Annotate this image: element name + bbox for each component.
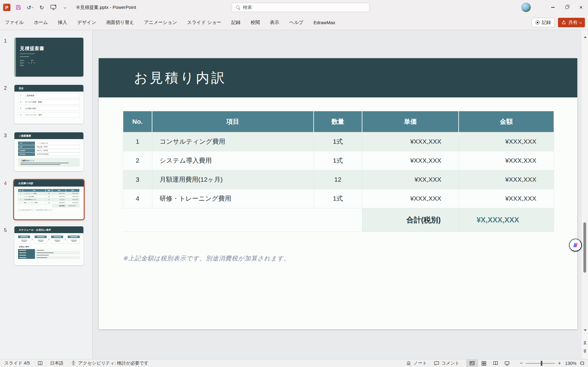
cell-unit-price[interactable]: ¥XX,XXX [362,170,459,189]
ribbon-tab[interactable]: 表示 [269,18,280,27]
cell-item[interactable]: システム導入費用 [152,151,314,170]
ribbon-tab[interactable]: 記録 [231,18,241,27]
cell-qty[interactable]: 1式 [314,132,362,151]
ribbon-tab[interactable]: 校閲 [250,18,261,27]
scroll-down-button[interactable] [582,326,588,335]
slideshow-view-button[interactable] [501,359,513,367]
table-header-cell[interactable]: 項目 [152,111,314,132]
schedule-box [35,236,47,244]
cell-amount[interactable]: ¥XXX,XXX [459,170,554,189]
cell-item[interactable]: コンサルティング費用 [152,132,314,151]
zoom-level[interactable]: 130% [564,361,576,366]
cell-unit-price[interactable]: ¥XXX,XXX [362,189,459,208]
table-row: 4 研修・トレーニング費用 1式 ¥XXX,XXX ¥XXX,XXX [123,189,554,208]
zoom-in-button[interactable]: + [558,361,561,366]
search-input[interactable]: 検索 [231,3,369,12]
cell-item[interactable]: 研修・トレーニング費用 [152,189,314,208]
record-button[interactable]: 記録 [532,18,555,27]
cell-unit-price[interactable]: ¥XXX,XXX [362,132,459,151]
minimize-button[interactable] [546,0,560,15]
ribbon-tab[interactable]: EdrawMax [313,19,336,26]
table-header-cell[interactable]: No. [123,111,152,132]
cell-no[interactable]: 3 [123,170,152,189]
notes-button[interactable]: ノート [406,360,427,366]
fit-slide-button[interactable] [579,361,585,365]
ribbon-tab[interactable]: スライド ショー [186,18,222,27]
next-slide-button[interactable] [582,350,588,353]
thumbnail-slide-4-selected[interactable]: お見積り内訳 No.項目数量単価金額 1コンサルティング費用1式¥XXX,XXX… [13,179,85,220]
powerpoint-logo-icon: P [3,4,10,11]
cell-unit-price[interactable]: ¥XXX,XXX [362,151,459,170]
zoom-slider[interactable] [526,363,555,364]
cell-no[interactable]: 1 [123,132,152,151]
cell-item[interactable]: 月額運用費用(12ヶ月) [152,170,314,189]
save-button[interactable] [15,3,22,12]
ribbon-tab[interactable]: アニメーション [143,18,178,27]
floating-assistant-button[interactable] [569,239,582,252]
ribbon-tab[interactable]: ホーム [33,18,48,27]
table-header-cell[interactable]: 単価 [362,111,459,132]
slideshow-icon [50,4,57,10]
cell-amount[interactable]: ¥XXX,XXX [459,189,554,208]
ribbon-tab[interactable]: 挿入 [57,18,68,27]
table-header-cell[interactable]: 金額 [459,111,554,132]
cell-no[interactable]: 4 [123,189,152,208]
ribbon-tab[interactable]: ヘルプ [289,18,304,27]
cell-amount[interactable]: ¥XXX,XXX [459,151,554,170]
accent-bar [14,38,16,77]
thumb4-header: お見積り内訳 [14,180,84,187]
cell-qty[interactable]: 1式 [314,189,362,208]
slide-indicator[interactable]: スライド 4/5 [4,360,30,366]
reading-view-button[interactable] [490,359,501,367]
thumb3-points-title: ご提案のポイント [21,160,77,162]
share-button[interactable]: 共有 [558,18,585,27]
customize-qat-button[interactable] [61,3,69,12]
slide-number-1: 1 [4,38,7,44]
scroll-up-button[interactable] [582,32,588,42]
slide-sorter-view-button[interactable] [478,359,490,367]
zoom-out-button[interactable]: − [520,361,523,366]
estimate-table[interactable]: No.項目数量単価金額 1 コンサルティング費用 1式 ¥XXX,XXX ¥XX… [123,111,554,232]
text-bar [21,164,60,165]
vertical-scrollbar[interactable] [581,30,588,359]
slide-editing-area[interactable]: お見積り内訳 No.項目数量単価金額 1 コンサルティング費用 [99,58,577,329]
ribbon-tab[interactable]: 画面切り替え [106,18,135,27]
start-slideshow-button[interactable] [50,3,57,12]
zoom-slider-thumb[interactable] [541,361,542,366]
thumbnail-slide-1[interactable]: 見積提案書 Quotation & Proposal 提案先： 御中提案日： 年… [14,38,83,77]
restore-button[interactable] [560,0,574,15]
thumbnail-slide-5[interactable]: スケジュール・お支払い条件 お支払い条件 [14,226,83,265]
scrollbar-thumb[interactable] [583,222,586,273]
chevron-down-icon [579,21,582,24]
notes-icon [406,361,411,365]
total-value[interactable]: ¥X,XXX,XXX [459,208,554,232]
thumb5-payment-title: お支払い条件 [19,246,83,248]
ribbon-tab[interactable]: デザイン [77,18,97,27]
language-button[interactable]: 日本語 [50,360,64,366]
redo-button[interactable]: ↻ [38,3,45,12]
close-button[interactable]: × [574,0,588,15]
chevron-down-icon [64,6,66,9]
total-empty-cell [123,208,362,232]
previous-slide-button[interactable] [582,341,588,344]
table-header-cell[interactable]: 数量 [314,111,362,132]
cell-qty[interactable]: 1式 [314,151,362,170]
table-row: 1 コンサルティング費用 1式 ¥XXX,XXX ¥XXX,XXX [123,132,554,151]
cell-qty[interactable]: 12 [314,170,362,189]
share-label: 共有 [568,20,578,25]
normal-view-button[interactable] [466,359,478,367]
cell-amount[interactable]: ¥XXX,XXX [459,132,554,151]
cell-no[interactable]: 2 [123,151,152,170]
user-avatar[interactable] [521,2,531,12]
undo-button[interactable]: ↺ [26,3,34,12]
thumbnail-slide-3[interactable]: ご提案概要 件名 ここに件名を入力 対象 対象企業・部門名 [14,132,83,171]
spellcheck-button[interactable] [37,361,43,366]
accessibility-checker-button[interactable]: アクセシビリティ: 検討が必要です [71,360,148,366]
ribbon-tab[interactable]: ファイル [4,18,24,27]
thumbnail-slide-2[interactable]: 目次 1 ご提案概要 2 サービス内容・範囲 [14,85,83,124]
slide-title[interactable]: お見積り内訳 [134,58,227,97]
comments-button[interactable]: コメント [434,360,460,366]
arrow-right-icon [65,239,66,240]
total-label[interactable]: 合計(税別) [362,208,459,232]
tax-footnote[interactable]: ※上記金額は税別表示です。別途消費税が加算されます。 [123,254,290,263]
